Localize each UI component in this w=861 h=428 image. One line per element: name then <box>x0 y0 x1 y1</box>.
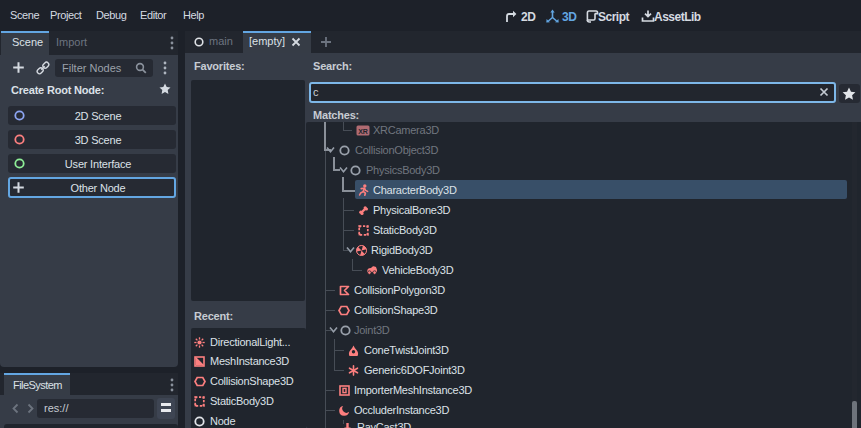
svg-text:AssetLib: AssetLib <box>654 10 701 24</box>
svg-text:2D: 2D <box>521 10 536 24</box>
svg-text:Script: Script <box>598 10 630 24</box>
svg-text:3D: 3D <box>562 10 577 24</box>
svg-text:XR: XR <box>358 128 368 135</box>
